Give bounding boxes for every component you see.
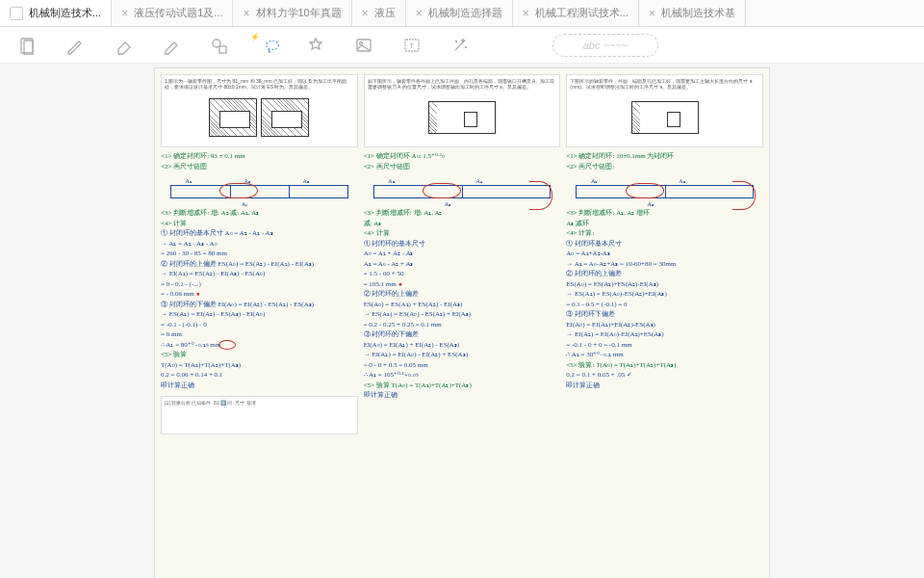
tab[interactable]: ×材料力学10年真题 xyxy=(233,0,351,26)
problem-text: 如下图所示，轴套零件各外圆上已加工外圆、内孔及各端面，现需铣口开槽及 A。加工前… xyxy=(368,78,557,90)
handwriting-line: ③ 封闭环的下偏差 EI(A₀) = EI(A₂) - ES(A₁) - ES(… xyxy=(161,300,358,310)
problem-box: 1.图示为一轴套零件图，尺寸为 81_mm 和 38_mm 已加工好，现以 B … xyxy=(161,74,358,147)
handwriting-line: = - 0.06 mm ● xyxy=(161,289,358,300)
handwriting-line: = 1.5 - 60 + 50 xyxy=(364,269,561,279)
text-tool[interactable]: T xyxy=(398,32,425,59)
handwriting-line: → EI(A₁) = ES(A₂) - EI(A₃) - ES(A₀) xyxy=(161,269,358,279)
shapes-tool[interactable] xyxy=(206,32,233,59)
engineering-diagram xyxy=(570,92,759,144)
handwriting-line: → ES(A₁) = EI(A₂) - ES(A₃) - EI(A₀) xyxy=(161,309,358,320)
handwriting-line: = 0.2 - 0.25 + 0.25 = 0.1 mm xyxy=(364,320,561,330)
svg-point-10 xyxy=(466,46,467,47)
handwriting-line: → ES(A₁) = ES(A₀)-ES(A₂)+EI(A₃) xyxy=(566,289,763,300)
handwriting-line: <2> 画尺寸链图: xyxy=(566,162,763,172)
tab[interactable]: ×液压 xyxy=(352,0,406,26)
handwriting-line: = 0.1 - 0.5 + (-0.1) = 0 xyxy=(566,300,763,310)
problem-box: 如下图所示，轴套零件各外圆上已加工外圆、内孔及各端面，现需铣口开槽及 A。加工前… xyxy=(364,74,561,147)
tab[interactable]: ×机械工程测试技术... xyxy=(513,0,639,26)
dimension-chain: A₁A₂A₃A₀ xyxy=(161,175,358,204)
handwriting-line: = 0 - 0 + 0.5 = 0.05 mm xyxy=(364,360,561,371)
handwriting-line: → ES(A₁) = ES(A₀) - ES(A₂) + EI(A₃) xyxy=(364,309,561,320)
problem-text: 下图所示的轴套零件，外圆、端面及孔已加工好，现需要加工主轴大长度方向的尺寸 a … xyxy=(570,78,759,90)
handwriting-line: → EI(A₁) = EI(A₀) - EI(A₂) + ES(A₃) xyxy=(364,350,561,360)
handwriting-line: 0.2 = 0.1 + 0.05 + .05 ✓ xyxy=(566,370,763,381)
handwriting-line: A₀ = A₁+A₂-A₃ xyxy=(566,249,763,259)
wand-tool[interactable] xyxy=(447,32,474,59)
handwriting-line: <1> 确定封闭环 A₀: 1.5⁺⁰·²₀ xyxy=(364,151,561,162)
tab-label: 机械制造选择题 xyxy=(428,6,502,20)
close-icon[interactable]: × xyxy=(243,7,249,20)
handwriting-line: 减: A₃ xyxy=(364,219,561,229)
tab-label: 液压传动试题1及... xyxy=(134,6,222,20)
eraser-icon xyxy=(114,36,133,55)
tab-label: 液压 xyxy=(374,6,396,20)
tab-label: 机械工程测试技术... xyxy=(535,6,629,20)
pencil-icon xyxy=(65,36,85,55)
page-tool[interactable] xyxy=(13,32,40,59)
handwriting-line: ② 封闭环的上偏差 xyxy=(566,269,763,279)
problem-text: 1.图示为一轴套零件图，尺寸为 81_mm 和 38_mm 已加工好，现以 B … xyxy=(165,78,354,90)
handwriting-line: ① 封闭环的基本尺寸 A₀ = A₂ - A₁ - A₃ xyxy=(161,228,358,239)
wand-icon xyxy=(450,36,470,55)
lasso-tool[interactable]: ⚡ xyxy=(254,32,281,59)
secondary-problem: [1] 转换分析 已知条件: 81 0️⃣ 问: 尺寸 基准 xyxy=(161,396,358,434)
handwriting-line: ③ 封闭环下偏差 xyxy=(566,309,763,320)
svg-point-6 xyxy=(360,41,363,44)
handwriting-line: A₃ 减环 xyxy=(566,219,763,229)
text-input-preview[interactable]: abc ~~~~ xyxy=(552,34,658,57)
handwriting-line: ③ 封闭环的下偏差 xyxy=(364,329,561,340)
handwriting-line: <2> 画尺寸链图 xyxy=(364,162,561,172)
handwriting-line: ∴ A₁ = 105⁺⁰·¹₊₀.₀₅ xyxy=(364,370,561,381)
handwriting-line: → EI(A₁) = EI(A₀)-EI(A₂)+ES(A₃) xyxy=(566,329,763,340)
highlighter-icon xyxy=(162,36,181,55)
problem-box: 下图所示的轴套零件，外圆、端面及孔已加工好，现需要加工主轴大长度方向的尺寸 a … xyxy=(566,74,763,147)
eraser-tool[interactable] xyxy=(110,32,137,59)
handwriting-line: = 0 - 0.1 - (-...) xyxy=(161,279,358,290)
close-icon[interactable]: × xyxy=(121,7,128,20)
tab-label: 材料力学10年真题 xyxy=(256,6,342,20)
svg-point-4 xyxy=(267,40,279,49)
highlighter-tool[interactable] xyxy=(158,32,185,59)
handwriting-line: T(A₀) = T(A₁)+T(A₂)+T(A₃) xyxy=(161,360,358,371)
close-icon[interactable]: × xyxy=(416,7,423,20)
handwriting-line: A₁ = A₀ - A₂ + A₃ xyxy=(364,259,561,270)
handwriting-line: <5> 验算 xyxy=(161,350,358,360)
content-columns: 1.图示为一轴套零件图，尺寸为 81_mm 和 38_mm 已加工好，现以 B … xyxy=(155,68,769,440)
bluetooth-icon: ⚡ xyxy=(250,33,260,41)
handwriting-line: EI(A₀) = EI(A₁) + EI(A₂) - ES(A₃) xyxy=(364,340,561,351)
text-icon: T xyxy=(402,36,422,55)
handwriting-line: → A₁ = A₀-A₂+A₃ = 10-60+80 = 30mm xyxy=(566,259,763,270)
image-tool[interactable] xyxy=(350,32,377,59)
handwriting-line: ∴ A₁ = 30⁺⁰₋₀.₁ mm xyxy=(566,350,763,360)
handwriting-line: = 260 - 30 - 85 = 80 mm xyxy=(161,249,358,259)
handwriting-line: ① 封闭环的基本尺寸 xyxy=(364,239,561,250)
tab[interactable]: ×液压传动试题1及... xyxy=(112,0,233,26)
handwriting-line: ① 封闭环基本尺寸 xyxy=(566,239,763,250)
dimension-chain: A₁A₂A₃ xyxy=(566,175,763,204)
handwriting-line: ES(A₀) = ES(A₁)+ES(A₂)-EI(A₃) xyxy=(566,279,763,290)
handwriting-line: ② 封闭环的上偏差 ES(A₀) = ES(A₂) - EI(A₁) - EI(… xyxy=(161,259,358,270)
notebook-page: 1.图示为一轴套零件图，尺寸为 81_mm 和 38_mm 已加工好，现以 B … xyxy=(154,67,770,578)
tab-split-icon[interactable] xyxy=(10,7,23,20)
handwriting-line: <2> 画尺寸链图 xyxy=(161,162,358,172)
tab[interactable]: ×机械制造选择题 xyxy=(406,0,513,26)
canvas-area[interactable]: 1.图示为一轴套零件图，尺寸为 81_mm 和 38_mm 已加工好，现以 B … xyxy=(0,64,924,578)
handwriting-line: <1> 确定封闭环: 10±0.1mm 为封闭环 xyxy=(566,151,763,162)
tab-bar: 机械制造技术...×液压传动试题1及...×材料力学10年真题×液压×机械制造选… xyxy=(0,0,924,27)
handwriting-line: 即计算正确 xyxy=(364,390,561,401)
stamp-tool[interactable] xyxy=(302,32,329,59)
handwriting-line: EI(A₀) = EI(A₁)+EI(A₂)-ES(A₃) xyxy=(566,320,763,330)
handwriting-line: ES(A₀) = ES(A₁) + ES(A₂) - EI(A₃) xyxy=(364,300,561,310)
pencil-tool[interactable] xyxy=(62,32,89,59)
handwriting-line: ② 封闭环的上偏差 xyxy=(364,289,561,300)
close-icon[interactable]: × xyxy=(523,7,529,20)
handwriting-line: = -0.1 - (-0.1) - 0 xyxy=(161,320,358,330)
handwriting-line: <5> 验算: T(A₀) = T(A₁)+T(A₂)+T(A₃) xyxy=(566,360,763,371)
tab[interactable]: ×机械制造技术基 xyxy=(639,0,746,26)
handwriting-line: 即计算正确 xyxy=(161,381,358,391)
close-icon[interactable]: × xyxy=(649,7,655,20)
close-icon[interactable]: × xyxy=(362,7,369,20)
tab-label: 机械制造技术基 xyxy=(661,6,735,20)
tab[interactable]: 机械制造技术... xyxy=(0,0,112,26)
svg-text:T: T xyxy=(409,41,414,50)
